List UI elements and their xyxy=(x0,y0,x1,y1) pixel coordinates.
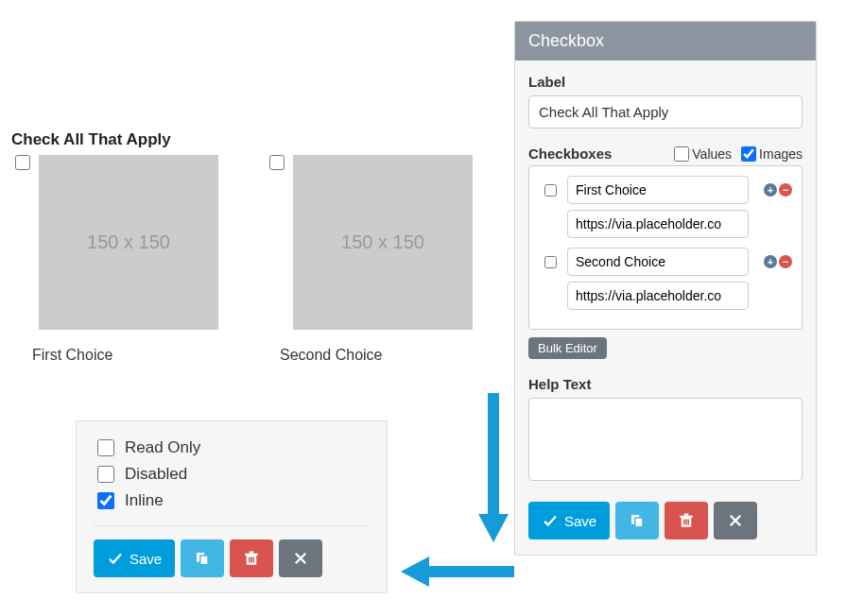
values-checkbox[interactable] xyxy=(674,146,689,162)
values-toggle[interactable]: Values xyxy=(674,146,732,162)
item-actions: + − xyxy=(754,255,792,268)
preview-choice-2-image: 150 x 150 xyxy=(293,155,473,330)
readonly-checkbox[interactable] xyxy=(97,439,114,456)
svg-rect-14 xyxy=(684,514,689,516)
options-panel: Read Only Disabled Inline Save xyxy=(76,420,388,593)
copy-icon xyxy=(194,550,211,567)
svg-marker-21 xyxy=(478,514,509,542)
checkbox-item-url-row xyxy=(539,282,792,310)
inline-option[interactable]: Inline xyxy=(94,489,370,512)
delete-button[interactable] xyxy=(665,502,708,539)
svg-rect-16 xyxy=(685,520,687,525)
item-actions: + − xyxy=(754,183,792,197)
images-checkbox[interactable] xyxy=(741,146,756,162)
inline-label: Inline xyxy=(125,491,164,510)
arrow-down-icon xyxy=(475,393,512,544)
svg-rect-15 xyxy=(683,520,685,525)
svg-rect-13 xyxy=(680,516,693,518)
svg-marker-23 xyxy=(401,556,429,587)
item-label-input[interactable] xyxy=(567,248,749,276)
preview-choices: 150 x 150 150 x 150 xyxy=(11,155,493,330)
check-icon xyxy=(107,550,124,567)
preview-title: Check All That Apply xyxy=(11,130,493,149)
preview-choice-2-label: Second Choice xyxy=(280,347,459,364)
close-icon xyxy=(727,512,744,529)
preview-choice-2: 150 x 150 xyxy=(266,155,473,330)
trash-icon xyxy=(678,512,695,529)
save-button[interactable]: Save xyxy=(94,539,175,577)
item-url-input[interactable] xyxy=(567,282,749,310)
close-icon xyxy=(292,550,309,567)
label-field-title: Label xyxy=(528,74,803,90)
close-button[interactable] xyxy=(714,502,757,539)
preview-choice-2-checkbox[interactable] xyxy=(269,155,285,170)
preview-choice-labels: First Choice Second Choice xyxy=(11,347,493,364)
options-divider xyxy=(94,525,370,526)
duplicate-button[interactable] xyxy=(181,539,224,577)
duplicate-button[interactable] xyxy=(615,502,659,539)
copy-icon xyxy=(629,512,646,529)
svg-rect-1 xyxy=(200,556,208,565)
delete-button[interactable] xyxy=(230,539,273,577)
svg-rect-17 xyxy=(688,520,690,525)
svg-rect-5 xyxy=(249,557,250,563)
editor-header: Checkbox xyxy=(515,22,816,60)
checkbox-item-url-row xyxy=(539,210,792,238)
remove-item-button[interactable]: − xyxy=(779,255,792,268)
checkboxes-header: Checkboxes Values Images xyxy=(528,145,803,162)
editor-body: Label Checkboxes Values Images + xyxy=(515,60,816,555)
check-icon xyxy=(542,512,559,529)
svg-rect-3 xyxy=(245,554,258,556)
add-item-button[interactable]: + xyxy=(764,255,777,268)
readonly-option[interactable]: Read Only xyxy=(94,436,370,459)
trash-icon xyxy=(243,550,260,567)
svg-rect-11 xyxy=(635,518,643,527)
label-input[interactable] xyxy=(528,95,803,128)
preview-choice-1-image: 150 x 150 xyxy=(39,155,218,330)
close-button[interactable] xyxy=(279,539,322,577)
help-text-title: Help Text xyxy=(528,376,803,392)
images-toggle[interactable]: Images xyxy=(741,146,803,162)
disabled-checkbox[interactable] xyxy=(97,466,114,483)
add-item-button[interactable]: + xyxy=(764,183,777,197)
bulk-editor-button[interactable]: Bulk Editor xyxy=(528,337,607,359)
svg-rect-7 xyxy=(253,557,255,563)
save-button-label: Save xyxy=(129,551,162,567)
inline-checkbox[interactable] xyxy=(97,492,114,509)
checkbox-editor: Checkbox Label Checkboxes Values Images xyxy=(514,21,817,556)
item-url-input[interactable] xyxy=(567,210,749,238)
options-actions: Save xyxy=(94,539,370,577)
readonly-label: Read Only xyxy=(125,438,200,457)
save-button-label: Save xyxy=(564,513,596,529)
editor-actions: Save xyxy=(528,502,803,539)
help-text-input[interactable] xyxy=(528,398,803,481)
values-label: Values xyxy=(692,146,732,162)
disabled-option[interactable]: Disabled xyxy=(94,463,370,486)
checkbox-item: + − xyxy=(539,176,792,204)
images-label: Images xyxy=(759,146,803,162)
svg-rect-4 xyxy=(250,552,254,554)
checkbox-item: + − xyxy=(539,248,792,276)
item-default-checkbox[interactable] xyxy=(543,184,559,197)
arrow-left-icon xyxy=(401,553,514,590)
checkboxes-header-options: Values Images xyxy=(674,146,803,162)
save-button[interactable]: Save xyxy=(528,502,610,539)
checkboxes-title: Checkboxes xyxy=(528,145,612,162)
checkbox-items-list: + − + − xyxy=(528,165,803,330)
preview-choice-1-label: First Choice xyxy=(32,347,212,364)
help-text-section: Help Text xyxy=(528,376,803,485)
preview-choice-1-checkbox[interactable] xyxy=(15,155,30,170)
remove-item-button[interactable]: − xyxy=(779,183,792,197)
disabled-label: Disabled xyxy=(125,465,187,484)
svg-rect-6 xyxy=(250,557,252,563)
checkbox-preview: Check All That Apply 150 x 150 150 x 150… xyxy=(11,130,493,364)
preview-choice-1: 150 x 150 xyxy=(11,155,218,330)
item-default-checkbox[interactable] xyxy=(543,256,559,268)
item-label-input[interactable] xyxy=(567,176,749,204)
